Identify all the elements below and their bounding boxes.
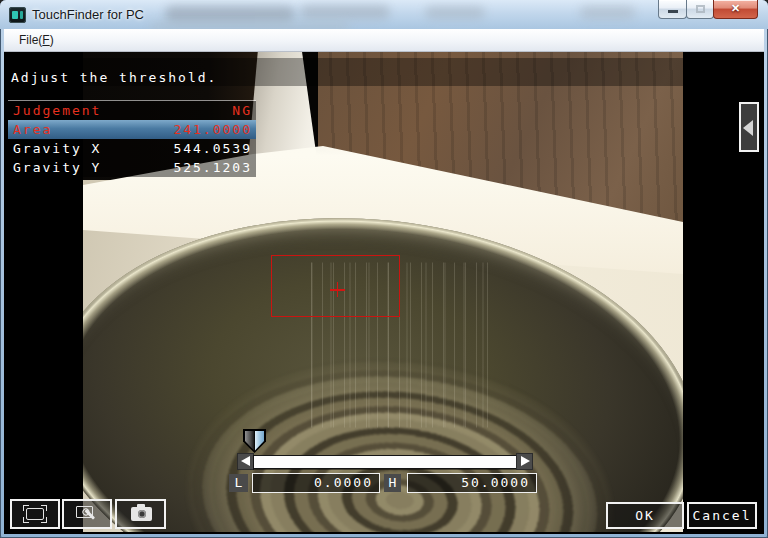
table-row-judgement[interactable]: Judgement NG [8,101,256,120]
slider-decrement-button[interactable] [237,453,254,470]
instruction-message: Adjust the threshold. [11,70,217,85]
row-label: Area [8,120,173,139]
chevron-left-icon [743,120,753,136]
table-row-area[interactable]: Area 241.0000 [8,120,256,139]
low-threshold-field[interactable]: 0.0000 [252,473,380,493]
roi-rectangle[interactable] [271,255,400,317]
row-label: Gravity X [8,139,173,158]
arrow-left-icon [241,456,250,466]
maximize-button[interactable] [686,0,714,19]
window-title: TouchFinder for PC [32,7,144,22]
row-value: 241.0000 [173,120,256,139]
threshold-slider-track[interactable] [253,455,517,469]
minimize-icon [668,10,678,13]
fit-display-button[interactable] [10,499,60,529]
glass-blur-decoration [300,5,390,19]
row-value: 544.0539 [173,139,256,158]
low-threshold-label: L [229,474,248,492]
adjust-tool-icon [76,506,98,522]
message-band: Adjust the threshold. [4,58,764,86]
camera-icon [131,507,152,521]
row-value: NG [232,101,256,120]
app-window: TouchFinder for PC ✕ File(F) [0,0,768,538]
title-bar[interactable]: TouchFinder for PC ✕ [0,0,768,29]
display-adjust-button[interactable] [62,499,112,529]
menu-file-text: File( [19,33,42,47]
maximize-icon [696,5,705,13]
menu-file-text: ) [50,33,54,47]
close-icon: ✕ [714,2,757,15]
row-label: Gravity Y [8,158,173,177]
row-value: 525.1203 [173,158,256,177]
measurement-table: Judgement NG Area 241.0000 Gravity X 544… [8,100,256,177]
minimize-button[interactable] [658,0,687,19]
client-area: Adjust the threshold. Judgement NG Area … [4,52,764,534]
glass-blur-decoration [165,6,295,22]
close-button[interactable]: ✕ [713,0,758,19]
ok-button[interactable]: OK [606,502,684,529]
app-icon [9,7,26,23]
menu-item-file[interactable]: File(F) [12,31,61,49]
table-row-gravity-x[interactable]: Gravity X 544.0539 [8,139,256,158]
glass-blur-decoration [580,6,635,19]
high-threshold-label: H [384,474,401,492]
capture-button[interactable] [115,499,166,529]
roi-crosshair [337,282,339,297]
menu-file-accelerator: F [42,33,49,47]
cancel-button[interactable]: Cancel [687,502,757,529]
table-row-gravity-y[interactable]: Gravity Y 525.1203 [8,158,256,177]
fit-display-icon [23,505,47,523]
slider-increment-button[interactable] [516,453,533,470]
glass-blur-decoration [150,22,350,29]
row-label: Judgement [8,101,232,120]
menu-bar: File(F) [4,29,764,52]
high-threshold-field[interactable]: 50.0000 [407,473,537,493]
arrow-right-icon [521,456,530,466]
glass-blur-decoration [425,6,485,19]
expand-panel-button[interactable] [739,102,759,152]
